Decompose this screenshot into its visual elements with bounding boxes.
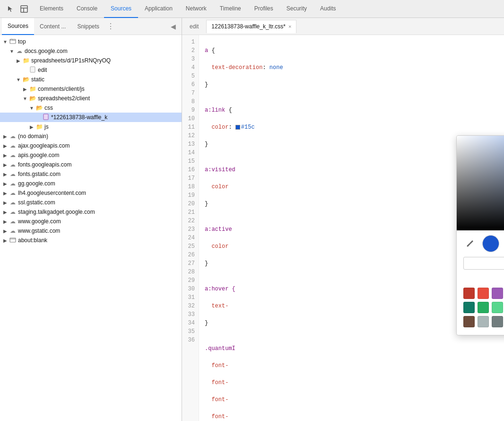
swatch[interactable] [492,288,503,299]
swatch[interactable] [492,302,503,313]
tree-arrow: ▶ [2,181,9,186]
tree-arrow: ▼ [22,96,28,101]
domain-icon: ☁ [9,228,17,234]
tree-item-label-docs: docs.google.com [25,48,68,54]
layout-icon[interactable] [19,4,29,14]
tree-item-label-gg: gg.google.com [18,180,55,187]
tree-item-label-spreadsheets-dir: spreadsheets/d/1P1sRNQryOQ [31,57,111,64]
tree-arrow: ▼ [28,105,35,111]
tree-arrow: ▶ [15,58,22,63]
swatch[interactable] [492,316,503,327]
line-numbers: 12345 678910 1112131415 1617181920 21222… [182,35,199,421]
tree-item-www-google[interactable]: ▶ ☁ www.google.com [0,217,182,226]
code-editor[interactable]: 12345 678910 1112131415 1617181920 21222… [182,35,504,421]
color-gradient-area[interactable] [457,136,504,230]
color-swatch-15c[interactable] [235,125,240,130]
tab-application[interactable]: Application [138,0,179,18]
tree-item-staging[interactable]: ▶ ☁ staging.talkgadget.google.com [0,207,182,217]
tab-security[interactable]: Security [280,0,313,18]
tree-item-label-ajax: ajax.googleapis.com [18,142,70,149]
tree-item-label-comments: comments/client/js [38,86,85,92]
eyedropper-button[interactable] [463,237,477,250]
tree-item-lh4[interactable]: ▶ ☁ lh4.googleusercontent.com [0,188,182,198]
editor-nav-label: edit [186,23,202,30]
tree-item-fonts-gstatic[interactable]: ▶ ☁ fonts.gstatic.com [0,169,182,179]
tab-network[interactable]: Network [179,0,213,18]
swatches-row-3 [457,316,504,327]
cursor-icon[interactable] [6,4,16,14]
editor-tab-file[interactable]: 1226138738-waffle_k_ltr.css* × [206,20,296,33]
swatch[interactable] [478,316,489,327]
hex-input-container[interactable] [463,257,504,270]
tree-item-waffle-css[interactable]: *1226138738-waffle_k [0,113,182,122]
tree-item-about-blank[interactable]: ▶ about:blank [0,236,182,245]
tree-item-label-apis: apis.google.com [18,152,59,158]
tree-item-label-waffle: *1226138738-waffle_k [51,114,107,121]
tree-item-label-lh4: lh4.googleusercontent.com [18,190,86,196]
sources-subtab-snippets[interactable]: Snippets [71,18,105,35]
tree-item-label-js: js [44,123,49,130]
editor-file-name: 1226138738-waffle_k_ltr.css* [211,23,286,30]
tree-item-label-staging: staging.talkgadget.google.com [18,209,95,215]
hex-label: HEX [463,273,504,279]
tree-item-label-fonts-gstatic: fonts.gstatic.com [18,171,61,177]
gradient-dark [457,136,504,230]
blank-folder-icon [9,237,17,245]
folder-open-icon: 📂 [22,76,30,83]
domain-icon: ☁ [9,218,17,225]
file-tree: ▼ top ▼ ☁ docs.google.com ▶ 📁 spreadshee… [0,35,182,421]
tree-item-label-top: top [18,38,26,45]
tab-timeline[interactable]: Timeline [213,0,248,18]
domain-icon: ☁ [9,190,17,196]
tree-item-fonts-gapis[interactable]: ▶ ☁ fonts.googleapis.com [0,160,182,169]
tree-item-label-edit: edit [38,67,47,73]
tree-item-spreadsheets-dir[interactable]: ▶ 📁 spreadsheets/d/1P1sRNQryOQ [0,56,182,65]
tree-item-label-static: static [31,76,44,83]
swatch[interactable] [463,288,475,299]
tree-item-js[interactable]: ▶ 📁 js [0,122,182,132]
tree-item-comments[interactable]: ▶ 📁 comments/client/js [0,84,182,94]
swatches-row-1: ▲ ▼ [457,288,504,299]
tree-item-label-fonts-gapis: fonts.googleapis.com [18,161,71,168]
tree-arrow: ▶ [2,134,9,139]
folder-open-icon: 📂 [28,95,37,102]
tree-item-no-domain[interactable]: ▶ ☁ (no domain) [0,132,182,141]
hex-input-field[interactable] [469,260,504,267]
tree-item-gg-google[interactable]: ▶ ☁ gg.google.com [0,179,182,188]
tree-arrow: ▶ [2,238,9,243]
tree-item-css[interactable]: ▼ 📂 css [0,103,182,113]
tree-item-top[interactable]: ▼ top [0,37,182,46]
editor-tab-close-button[interactable]: × [288,24,291,29]
tree-item-ssl[interactable]: ▶ ☁ ssl.gstatic.com [0,198,182,207]
swatch[interactable] [478,288,489,299]
sources-sub-tabs: Sources Content ... Snippets ⋮ ◀ [0,18,182,35]
tree-item-docs-google[interactable]: ▼ ☁ docs.google.com [0,46,182,56]
tree-item-label-www-google: www.google.com [18,218,61,225]
tree-item-www-gstatic[interactable]: ▶ ☁ www.gstatic.com [0,226,182,236]
back-arrow-button[interactable]: ◀ [167,23,180,30]
swatch[interactable] [478,302,489,313]
tree-item-label-css: css [44,105,53,111]
main-layout: Sources Content ... Snippets ⋮ ◀ ▼ top [0,18,504,421]
tab-audits[interactable]: Audits [313,0,342,18]
tree-item-edit[interactable]: edit [0,65,182,75]
tree-item-static[interactable]: ▼ 📂 static [0,75,182,84]
svg-rect-6 [10,238,16,242]
tree-item-ajax[interactable]: ▶ ☁ ajax.googleapis.com [0,141,182,150]
tab-profiles[interactable]: Profiles [248,0,280,18]
tab-sources[interactable]: Sources [104,0,138,18]
tab-console[interactable]: Console [70,0,104,18]
swatch[interactable] [463,302,475,313]
sources-subtab-sources[interactable]: Sources [2,18,34,35]
file-icon [28,66,37,74]
svg-rect-4 [30,67,35,72]
swatch[interactable] [463,316,475,327]
right-panel: edit 1226138738-waffle_k_ltr.css* × 1234… [182,18,504,421]
tree-item-apis[interactable]: ▶ ☁ apis.google.com [0,150,182,160]
tree-item-spreadsheets2[interactable]: ▼ 📂 spreadsheets2/client [0,94,182,103]
sources-subtab-content[interactable]: Content ... [34,18,71,35]
tab-elements[interactable]: Elements [33,0,70,18]
tree-arrow: ▶ [2,162,9,167]
domain-icon: ☁ [9,133,17,140]
more-tabs-button[interactable]: ⋮ [107,22,114,31]
